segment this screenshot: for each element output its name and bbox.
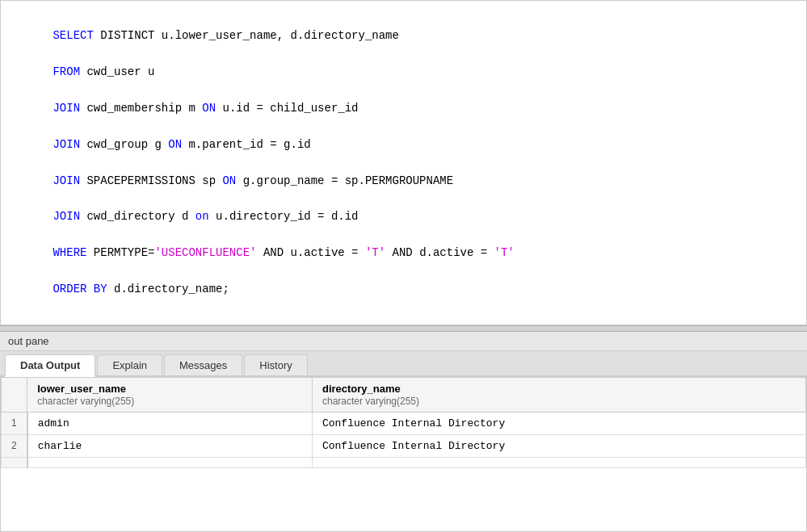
cell-empty-1 [27, 457, 313, 467]
col-header-directory-name: directory_name character varying(255) [312, 377, 805, 412]
data-output-area[interactable]: lower_user_name character varying(255) d… [0, 377, 807, 532]
tab-messages[interactable]: Messages [164, 354, 242, 375]
cell-directory-name-2: Confluence Internal Directory [312, 434, 805, 457]
cell-directory-name-1: Confluence Internal Directory [312, 412, 805, 434]
tab-explain[interactable]: Explain [97, 354, 162, 375]
col-header-lower-user-name: lower_user_name character varying(255) [27, 377, 313, 412]
row-num-2: 2 [2, 434, 27, 457]
tab-history[interactable]: History [244, 354, 307, 375]
tab-data-output[interactable]: Data Output [5, 354, 95, 377]
table-row: 1 admin Confluence Internal Directory [2, 412, 806, 434]
cell-lower-user-name-1: admin [27, 412, 313, 434]
result-table: lower_user_name character varying(255) d… [1, 377, 806, 468]
cell-empty-2 [312, 457, 805, 467]
output-pane: out pane Data Output Explain Messages Hi… [0, 332, 807, 532]
main-container: SELECT DISTINCT u.lower_user_name, d.dir… [0, 0, 807, 532]
output-pane-title: out pane [0, 332, 807, 351]
row-num-header [2, 377, 27, 412]
tabs-bar: Data Output Explain Messages History [0, 351, 807, 377]
row-num-empty [2, 457, 27, 467]
sql-editor-panel[interactable]: SELECT DISTINCT u.lower_user_name, d.dir… [0, 0, 807, 325]
table-row: 2 charlie Confluence Internal Directory [2, 434, 806, 457]
resize-divider[interactable] [0, 325, 807, 332]
table-row-empty [2, 457, 806, 467]
table-header-row: lower_user_name character varying(255) d… [2, 377, 806, 412]
cell-lower-user-name-2: charlie [27, 434, 313, 457]
row-num-1: 1 [2, 412, 27, 434]
sql-code: SELECT DISTINCT u.lower_user_name, d.dir… [12, 9, 795, 316]
